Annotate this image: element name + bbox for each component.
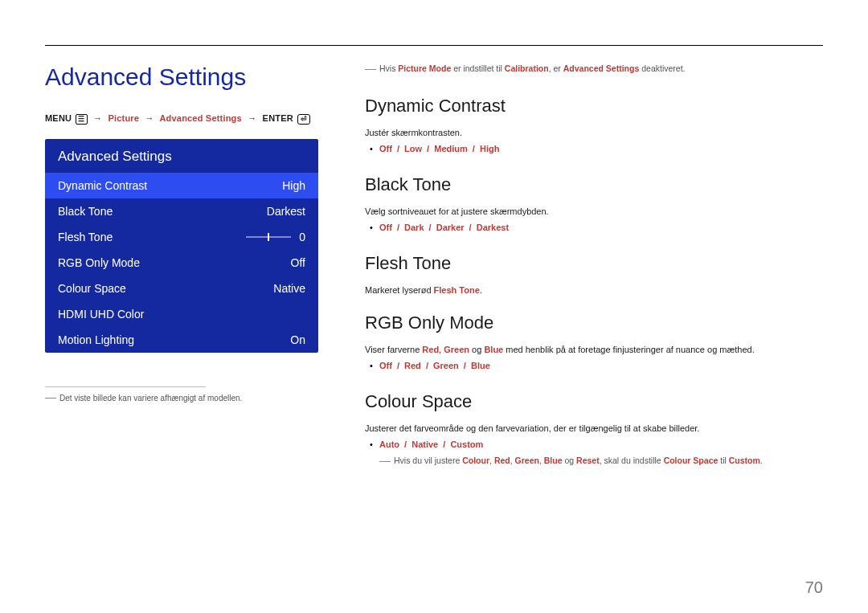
option-list: Auto / Native / Custom xyxy=(365,439,823,449)
osd-row-value: High xyxy=(282,179,305,192)
osd-row[interactable]: Colour SpaceNative xyxy=(45,276,318,301)
page-title: Advanced Settings xyxy=(45,63,318,91)
arrow-icon: → xyxy=(244,113,260,123)
osd-row-value: Native xyxy=(273,282,305,295)
breadcrumb-picture: Picture xyxy=(108,113,139,123)
osd-row[interactable]: RGB Only ModeOff xyxy=(45,250,318,276)
section-flesh-tone: Flesh Tone Markeret lyserød Flesh Tone. xyxy=(365,253,823,295)
section-title: RGB Only Mode xyxy=(365,313,823,333)
breadcrumb-menu: MENU xyxy=(45,113,72,123)
section-title: Dynamic Contrast xyxy=(365,96,823,116)
osd-row-value: On xyxy=(290,333,305,346)
osd-header: Advanced Settings xyxy=(45,139,318,173)
option-list: Off / Red / Green / Blue xyxy=(365,361,823,370)
option-item: Off / Red / Green / Blue xyxy=(365,361,823,370)
section-black-tone: Black Tone Vælg sortniveauet for at just… xyxy=(365,174,823,232)
arrow-icon: → xyxy=(141,113,157,123)
osd-row[interactable]: HDMI UHD Color xyxy=(45,301,318,327)
page-number: 70 xyxy=(805,578,823,597)
osd-row-value: 0 xyxy=(299,231,305,243)
osd-row-label: HDMI UHD Color xyxy=(58,308,144,321)
osd-row-label: Flesh Tone xyxy=(58,231,113,243)
top-note: Hvis Picture Mode er indstillet til Cali… xyxy=(365,63,823,73)
option-list: Off / Low / Medium / High xyxy=(365,144,823,153)
section-title: Black Tone xyxy=(365,174,823,195)
dash-icon xyxy=(365,69,376,70)
dash-icon xyxy=(45,398,56,398)
osd-row-value: Off xyxy=(291,256,305,269)
osd-slider[interactable]: 0 xyxy=(246,231,305,243)
section-desc: Justér skærmkontrasten. xyxy=(365,128,823,137)
breadcrumb-enter: ENTER xyxy=(263,113,293,123)
osd-row-label: Colour Space xyxy=(58,282,126,295)
breadcrumb: MENU ☰ → Picture → Advanced Settings → E… xyxy=(45,113,318,125)
section-title: Flesh Tone xyxy=(365,253,823,274)
osd-row-label: Motion Lighting xyxy=(58,333,134,346)
osd-row[interactable]: Motion LightingOn xyxy=(45,327,318,353)
section-desc: Markeret lyserød Flesh Tone. xyxy=(365,285,823,295)
osd-row[interactable]: Dynamic ContrastHigh xyxy=(45,173,318,198)
colour-space-note: Hvis du vil justere Colour, Red, Green, … xyxy=(365,456,823,465)
section-desc: Viser farverne Red, Green og Blue med he… xyxy=(365,345,823,354)
osd-row-label: Dynamic Contrast xyxy=(58,179,147,192)
section-dynamic-contrast: Dynamic Contrast Justér skærmkontrasten.… xyxy=(365,96,823,153)
osd-row[interactable]: Black ToneDarkest xyxy=(45,198,318,224)
dash-icon xyxy=(379,461,391,462)
section-desc: Justerer det farveområde og den farvevar… xyxy=(365,423,823,433)
osd-row-value: Darkest xyxy=(267,205,305,218)
option-item: Off / Dark / Darker / Darkest xyxy=(365,223,823,232)
osd-row-label: Black Tone xyxy=(58,205,113,218)
breadcrumb-advanced: Advanced Settings xyxy=(159,113,241,123)
option-item: Off / Low / Medium / High xyxy=(365,144,823,153)
osd-menu: Advanced Settings Dynamic ContrastHighBl… xyxy=(45,139,318,353)
menu-icon: ☰ xyxy=(76,114,87,125)
section-rgb-only: RGB Only Mode Viser farverne Red, Green … xyxy=(365,313,823,370)
option-list: Off / Dark / Darker / Darkest xyxy=(365,223,823,232)
section-desc: Vælg sortniveauet for at justere skærmdy… xyxy=(365,206,823,216)
section-title: Colour Space xyxy=(365,391,823,412)
footnote-separator xyxy=(45,386,206,387)
arrow-icon: → xyxy=(90,113,105,123)
footnote-left: Det viste billede kan variere afhængigt … xyxy=(45,394,318,403)
enter-icon: ⏎ xyxy=(297,114,310,125)
osd-row-label: RGB Only Mode xyxy=(58,256,140,269)
option-item: Auto / Native / Custom xyxy=(365,439,823,449)
section-colour-space: Colour Space Justerer det farveområde og… xyxy=(365,391,823,465)
top-rule xyxy=(45,45,823,46)
osd-row[interactable]: Flesh Tone0 xyxy=(45,224,318,250)
